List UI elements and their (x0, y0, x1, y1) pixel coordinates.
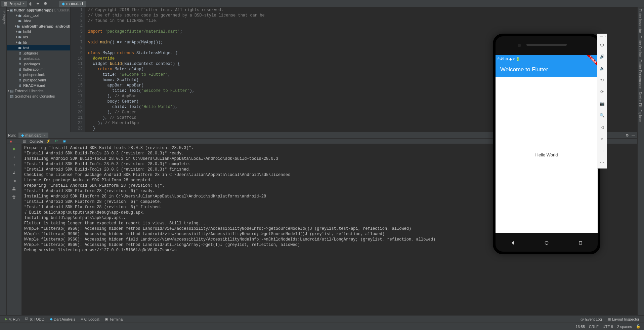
tree-root[interactable]: ▣ flutter_app [flutterapp] C:\Users\Juli… (7, 7, 70, 13)
tree-item[interactable]: 🗎README.md (7, 83, 70, 88)
tree-label: ios (23, 35, 28, 39)
minimize-icon[interactable]: — (50, 1, 55, 6)
logcat-button[interactable]: ≡6: Logcat (78, 317, 102, 322)
emu-zoom-icon[interactable]: 🔍 (597, 109, 607, 121)
emu-overview-icon[interactable]: □ (597, 145, 607, 156)
emulator-screen[interactable]: 6:49 ⚙ ◆ ▾ 🔋 Welcome to Flutter Hello Wo… (496, 55, 598, 233)
editor-tab-main[interactable]: ◆ main.dart (59, 1, 86, 7)
tool-flutter-inspector[interactable]: Flutter Inspector (638, 7, 643, 34)
scroll-end-icon[interactable]: ⇥ (11, 178, 17, 184)
gear-icon[interactable]: ⚙ (43, 1, 48, 6)
tree-item[interactable]: 🖿android [flutterapp_android] (7, 24, 70, 29)
project-icon: ▦ (3, 1, 7, 6)
scratch-icon: ▧ (10, 94, 13, 99)
close-icon[interactable]: × (43, 133, 45, 137)
emu-home-icon[interactable]: ○ (597, 133, 607, 145)
dart-analysis-button[interactable]: ◆Dart Analysis (47, 316, 78, 322)
tree-scratches[interactable]: ▧ Scratches and Consoles (7, 94, 70, 99)
emu-back-icon[interactable]: ◁ (597, 121, 607, 133)
tree-item[interactable]: 🗎pubspec.lock (7, 72, 70, 77)
tree-item[interactable]: 🖿.dart_tool (7, 13, 70, 18)
tool-device-file-explorer[interactable]: Device File Explorer (638, 90, 643, 123)
project-label: Project (8, 1, 21, 6)
emu-volume-down-icon[interactable]: 🔉 (597, 62, 607, 74)
clock: 6:49 (498, 57, 504, 61)
nav-back-icon[interactable] (510, 240, 515, 246)
tree-label: build (23, 30, 31, 34)
tool-flutter-outline[interactable]: Flutter Outline (638, 34, 643, 58)
devtools-icon[interactable]: ◉ (62, 139, 67, 144)
android-emulator[interactable]: 6:49 ⚙ ◆ ▾ 🔋 Welcome to Flutter Hello Wo… (493, 34, 600, 254)
line-gutter: 1234567891011121314151617181920212223 (71, 7, 85, 132)
indent[interactable]: 2 spaces (617, 325, 632, 329)
run-tab[interactable]: ◆ main.dart × (18, 133, 48, 138)
emu-power-icon[interactable]: ⏻ (597, 39, 607, 50)
readonly-icon[interactable]: 🔓 (636, 324, 641, 329)
filter-icon[interactable]: ≑ (36, 1, 40, 6)
print-icon[interactable]: 🖶 (11, 186, 17, 192)
down-icon[interactable]: ↓ (11, 153, 17, 160)
event-log-button[interactable]: ◷Event Log (578, 316, 605, 322)
rerun-icon[interactable]: ▶ (11, 145, 17, 152)
stop-button[interactable]: ■ (8, 139, 13, 144)
tree-item[interactable]: 🖿ios (7, 34, 70, 40)
tree-item[interactable]: 🖿build (7, 29, 70, 34)
caret-position[interactable]: 13:55 (576, 325, 585, 329)
console-label: Console (30, 139, 43, 143)
emu-close-icon[interactable]: × (604, 35, 606, 38)
run-tool-button[interactable]: ▶4: Run (2, 316, 22, 322)
emu-more-icon[interactable]: ⋯ (597, 156, 607, 168)
emu-volume-up-icon[interactable]: 🔊 (597, 50, 607, 62)
gear-icon[interactable]: ⚙ (626, 133, 629, 138)
root-suffix: [flutterapp] (33, 8, 53, 12)
left-tool-gutter: 1: Project Resource Manager 7: Structure… (0, 7, 7, 323)
line-separator[interactable]: CRLF (589, 325, 599, 329)
console-icon[interactable]: ▥ (22, 139, 27, 144)
tree-item[interactable]: 🗎pubspec.yaml (7, 77, 70, 83)
tree-label: pubspec.yaml (23, 78, 46, 82)
hot-reload-icon[interactable]: ⚡ (46, 139, 51, 144)
tool-project[interactable]: 1: Project (1, 9, 6, 323)
tree-item[interactable]: 🗎.metadata (7, 56, 70, 61)
todo-tool-button[interactable]: ☑6: TODO (22, 316, 47, 322)
folder-icon: 🖿 (16, 24, 20, 28)
up-icon[interactable]: ↑ (11, 161, 17, 168)
emu-rotate-right-icon[interactable]: ⟳ (597, 86, 607, 98)
title-bar: ▦ Project ◎ ≑ ⚙ — ◆ main.dart (0, 0, 644, 7)
soft-wrap-icon[interactable]: ↲ (11, 170, 17, 176)
emu-rotate-left-icon[interactable]: ⟲ (597, 74, 607, 86)
tree-external-libraries[interactable]: ▤ External Libraries (7, 88, 70, 94)
tree-item[interactable]: 🖿lib (7, 40, 70, 45)
project-selector[interactable]: ▦ Project (1, 1, 27, 7)
hot-restart-icon[interactable]: ⟳ (54, 139, 59, 144)
folder-icon: 🖿 (18, 30, 22, 34)
folder-icon: 🖿 (18, 40, 22, 44)
nav-recents-icon[interactable] (578, 240, 583, 246)
root-name: flutter_app (14, 8, 33, 12)
file-encoding[interactable]: UTF-8 (603, 325, 613, 329)
emu-screenshot-icon[interactable]: 📷 (597, 98, 607, 109)
terminal-button[interactable]: ▣Terminal (102, 316, 126, 322)
tree-item[interactable]: 🗎flutterapp.iml (7, 67, 70, 72)
tree-item[interactable]: 🗎.gitignore (7, 50, 70, 56)
tree-label: .metadata (23, 57, 40, 61)
module-icon: ▣ (9, 8, 13, 12)
minimize-icon[interactable]: — (632, 133, 635, 138)
tree-item[interactable]: 🖿.idea (7, 18, 70, 24)
tree-item[interactable]: 🗎.packages (7, 61, 70, 67)
clear-icon[interactable]: 🗑 (11, 194, 17, 200)
tree-item[interactable]: 🖿test (7, 45, 70, 50)
layout-inspector-button[interactable]: ▦Layout Inspector (605, 316, 642, 322)
target-icon[interactable]: ◎ (28, 1, 33, 6)
project-tree[interactable]: ▣ flutter_app [flutterapp] C:\Users\Juli… (7, 7, 71, 132)
device-camera (518, 44, 521, 47)
emu-minimize-icon[interactable]: — (600, 35, 603, 38)
hello-text: Hello World (535, 152, 558, 157)
tab-label: main.dart (66, 1, 83, 6)
tool-resource-manager[interactable]: Resource Manager (0, 9, 1, 323)
file-icon: 🗎 (18, 67, 22, 71)
tree-label: android (22, 24, 35, 28)
tool-flutter-performance[interactable]: Flutter Performance (638, 58, 643, 90)
nav-home-icon[interactable] (544, 240, 549, 246)
folder-icon: 🖿 (18, 19, 22, 23)
